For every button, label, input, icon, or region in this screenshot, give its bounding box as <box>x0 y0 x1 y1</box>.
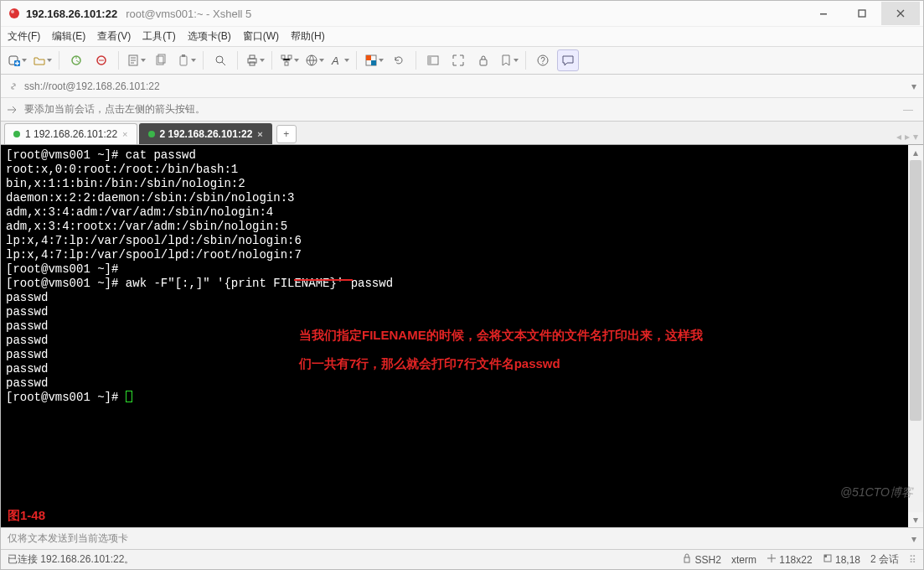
tab-nav: ◂ ▸ ▾ <box>896 131 920 142</box>
status-dot-icon <box>13 131 20 137</box>
tool-bar: A ? <box>1 46 923 75</box>
fullscreen-button[interactable] <box>447 49 469 71</box>
window-controls <box>804 2 920 25</box>
copy-button[interactable] <box>150 49 172 71</box>
tab-strip: 1 192.168.26.101:22 × 2 192.168.26.101:2… <box>1 122 923 145</box>
link-icon <box>8 80 19 92</box>
maximize-button[interactable] <box>843 2 881 25</box>
chat-button[interactable] <box>557 49 579 71</box>
menu-file[interactable]: 文件(F) <box>8 29 40 44</box>
info-bar: 要添加当前会话，点击左侧的箭头按钮。 — <box>1 98 923 122</box>
tab-label: 1 192.168.26.101:22 <box>25 128 117 140</box>
svg-rect-18 <box>288 55 292 59</box>
terminal-scrollbar[interactable]: ▴ ▾ <box>908 145 923 527</box>
tab-list-icon[interactable]: ▾ <box>913 131 918 142</box>
window-title-sub: root@vms001:~ - Xshell 5 <box>126 8 251 20</box>
annotation-line-2: 们一共有7行，那么就会打印7行文件名passwd <box>299 350 560 378</box>
print-button[interactable] <box>244 49 266 71</box>
tab-next-icon[interactable]: ▸ <box>905 131 910 142</box>
new-tab-button[interactable]: + <box>276 125 297 143</box>
menu-tab[interactable]: 选项卡(B) <box>188 29 231 44</box>
svg-point-13 <box>216 56 223 63</box>
tab-close-icon[interactable]: × <box>257 129 262 139</box>
tab-label: 2 192.168.26.101:22 <box>160 128 253 140</box>
status-size: 118x22 <box>767 553 813 566</box>
send-bar[interactable]: 仅将文本发送到当前选项卡 ▾ <box>1 527 923 549</box>
refresh-button[interactable] <box>388 49 410 71</box>
color-scheme-button[interactable] <box>363 49 385 71</box>
tab-close-icon[interactable]: × <box>122 129 127 139</box>
info-close-icon[interactable]: — <box>898 102 918 117</box>
svg-rect-15 <box>250 55 255 59</box>
minimize-button[interactable] <box>804 2 843 25</box>
status-pos: 18,18 <box>823 553 860 566</box>
svg-rect-12 <box>182 54 185 57</box>
session-tab-2[interactable]: 2 192.168.26.101:22 × <box>139 123 272 144</box>
status-bar: 已连接 192.168.26.101:22。 SSH2 xterm 118x22… <box>1 549 923 569</box>
address-dropdown-icon[interactable]: ▾ <box>911 80 916 92</box>
app-icon <box>8 7 21 20</box>
svg-text:A: A <box>331 54 339 67</box>
menu-tools[interactable]: 工具(T) <box>142 29 175 44</box>
send-placeholder: 仅将文本发送到当前选项卡 <box>8 531 128 546</box>
paste-button[interactable] <box>175 49 197 71</box>
encoding-button[interactable] <box>303 49 325 71</box>
svg-rect-32 <box>824 555 827 557</box>
info-add-icon[interactable] <box>6 103 19 117</box>
status-dot-icon <box>148 131 155 137</box>
menu-edit[interactable]: 编辑(E) <box>52 29 85 44</box>
title-bar: 192.168.26.101:22 root@vms001:~ - Xshell… <box>1 1 923 26</box>
status-more-icon[interactable]: ⠿ <box>909 554 916 566</box>
app-window: 192.168.26.101:22 root@vms001:~ - Xshell… <box>0 0 924 570</box>
status-connection: 已连接 192.168.26.101:22。 <box>8 552 134 567</box>
svg-point-0 <box>9 8 19 18</box>
scroll-track[interactable] <box>908 160 923 512</box>
svg-rect-19 <box>285 62 288 65</box>
figure-label: 图1-48 <box>8 508 45 522</box>
svg-rect-24 <box>371 60 376 65</box>
scroll-thumb[interactable] <box>910 160 921 421</box>
tab-prev-icon[interactable]: ◂ <box>896 131 901 142</box>
svg-rect-3 <box>859 10 865 17</box>
help-button[interactable]: ? <box>532 49 554 71</box>
svg-rect-23 <box>366 55 371 60</box>
svg-rect-17 <box>281 55 285 59</box>
svg-rect-2 <box>820 13 827 15</box>
terminal-output[interactable]: [root@vms001 ~]# cat passwdroot:x,0:0:ro… <box>1 145 908 527</box>
address-text[interactable]: ssh://root@192.168.26.101:22 <box>24 80 160 92</box>
status-ssh: SSH2 <box>682 553 721 566</box>
new-session-button[interactable] <box>6 49 28 71</box>
status-termtype: xterm <box>731 554 756 566</box>
toggle-sidebar-button[interactable] <box>422 49 444 71</box>
menu-view[interactable]: 查看(V) <box>97 29 131 44</box>
session-tree-button[interactable] <box>278 49 300 71</box>
menu-window[interactable]: 窗口(W) <box>243 29 279 44</box>
menu-bar: 文件(F) 编辑(E) 查看(V) 工具(T) 选项卡(B) 窗口(W) 帮助(… <box>1 26 923 46</box>
open-button[interactable] <box>31 49 53 71</box>
scroll-up-icon[interactable]: ▴ <box>908 145 923 160</box>
disconnect-button[interactable] <box>90 49 112 71</box>
status-sessions: 2 会话 <box>870 552 899 567</box>
find-button[interactable] <box>209 49 231 71</box>
window-title-main: 192.168.26.101:22 <box>26 8 117 20</box>
terminal-area: [root@vms001 ~]# cat passwdroot:x,0:0:ro… <box>1 145 923 527</box>
svg-point-1 <box>11 10 14 13</box>
reconnect-button[interactable] <box>65 49 87 71</box>
svg-rect-26 <box>428 56 431 65</box>
properties-button[interactable] <box>125 49 147 71</box>
underline-annotation <box>294 279 353 281</box>
send-dropdown-icon[interactable]: ▾ <box>911 533 916 545</box>
svg-rect-11 <box>180 56 187 65</box>
svg-text:?: ? <box>540 56 545 65</box>
session-tab-1[interactable]: 1 192.168.26.101:22 × <box>4 123 137 144</box>
menu-help[interactable]: 帮助(H) <box>291 29 325 44</box>
svg-rect-30 <box>684 557 689 562</box>
annotation-line-1: 当我们指定FILENAME的时候，会将文本文件的文件名打印出来，这样我 <box>299 321 703 350</box>
close-button[interactable] <box>881 2 920 25</box>
info-text: 要添加当前会话，点击左侧的箭头按钮。 <box>24 102 205 117</box>
bookmark-button[interactable] <box>498 49 519 71</box>
lock-button[interactable] <box>472 49 494 71</box>
status-right-group: SSH2 xterm 118x22 18,18 2 会话 ⠿ <box>682 552 916 567</box>
scroll-down-icon[interactable]: ▾ <box>908 512 923 527</box>
font-button[interactable]: A <box>328 49 350 71</box>
